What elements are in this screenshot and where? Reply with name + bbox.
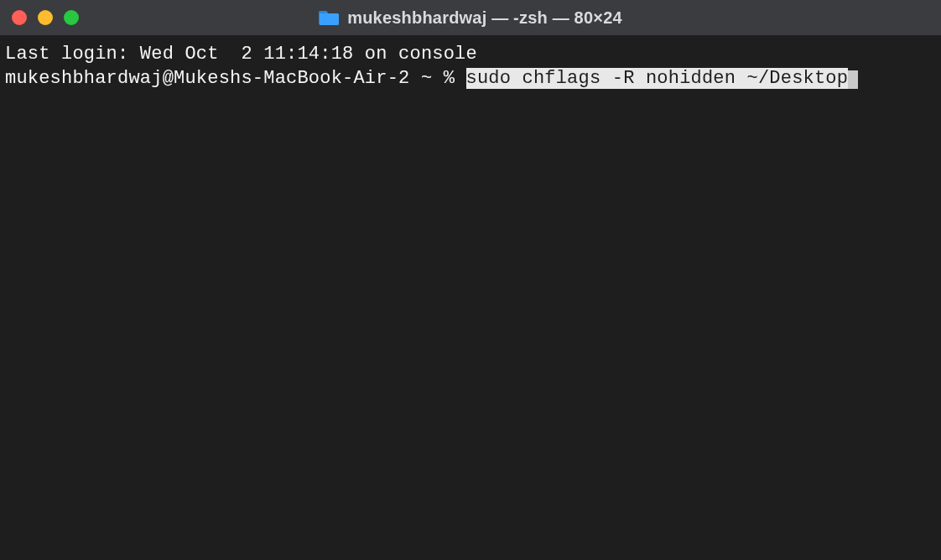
folder-icon — [319, 9, 339, 26]
window-titlebar: mukeshbhardwaj — -zsh — 80×24 — [0, 0, 941, 35]
maximize-button[interactable] — [64, 10, 79, 25]
terminal-output[interactable]: Last login: Wed Oct 2 11:14:18 on consol… — [0, 35, 941, 97]
title-center: mukeshbhardwaj — -zsh — 80×24 — [319, 8, 622, 28]
traffic-lights — [12, 10, 79, 25]
prompt-line: mukeshbhardwaj@Mukeshs-MacBook-Air-2 ~ %… — [5, 66, 936, 91]
window-title: mukeshbhardwaj — -zsh — 80×24 — [347, 8, 622, 28]
minimize-button[interactable] — [38, 10, 53, 25]
cursor — [848, 70, 858, 89]
entered-command: sudo chflags -R nohidden ~/Desktop — [466, 68, 849, 89]
shell-prompt: mukeshbhardwaj@Mukeshs-MacBook-Air-2 ~ % — [5, 68, 466, 89]
last-login-line: Last login: Wed Oct 2 11:14:18 on consol… — [5, 42, 936, 66]
close-button[interactable] — [12, 10, 27, 25]
